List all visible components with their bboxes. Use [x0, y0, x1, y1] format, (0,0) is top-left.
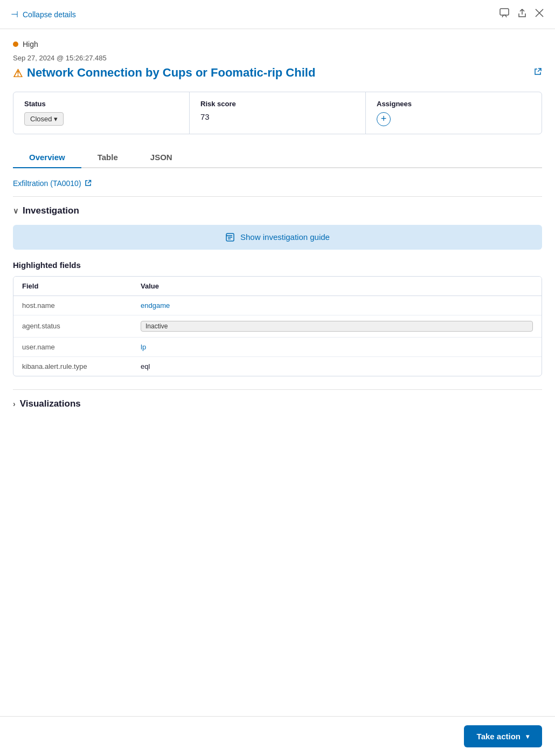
divider [13, 196, 542, 197]
tab-table[interactable]: Table [81, 147, 134, 168]
svg-rect-0 [500, 9, 509, 15]
field-name: user.name [22, 343, 141, 351]
status-cell: Status Closed ▾ [13, 92, 190, 134]
alert-title-text: Network Connection by Cups or Foomatic-r… [27, 65, 315, 81]
investigation-guide-label: Show investigation guide [240, 232, 330, 242]
fields-table-header: Field Value [13, 277, 542, 296]
field-value-link[interactable]: lp [141, 343, 533, 351]
take-action-button[interactable]: Take action ▾ [464, 725, 542, 747]
field-name: agent.status [22, 322, 141, 330]
table-row: agent.status Inactive [13, 315, 542, 338]
investigation-label: Investigation [23, 205, 79, 216]
status-chevron-icon: ▾ [54, 115, 58, 123]
content-area: High Sep 27, 2024 @ 15:26:27.485 ⚠ Netwo… [0, 29, 555, 472]
warning-icon: ⚠ [13, 66, 23, 80]
visualizations-chevron-icon: › [13, 400, 16, 408]
risk-score-cell: Risk score 73 [190, 92, 366, 134]
header: ⊣ Collapse details [0, 0, 555, 29]
tab-overview[interactable]: Overview [13, 147, 81, 168]
take-action-label: Take action [477, 732, 521, 741]
severity-dot [13, 42, 18, 47]
alert-title-row: ⚠ Network Connection by Cups or Foomatic… [13, 65, 542, 81]
add-assignee-button[interactable]: + [377, 112, 391, 126]
chat-icon[interactable] [499, 8, 510, 21]
field-value-text: eql [141, 362, 533, 370]
close-icon[interactable] [535, 8, 544, 20]
status-dropdown[interactable]: Closed ▾ [24, 112, 64, 126]
table-row: host.name endgame [13, 296, 542, 315]
table-row: kibana.alert.rule.type eql [13, 357, 542, 376]
risk-score-value: 73 [200, 112, 355, 121]
status-card: Status Closed ▾ Risk score 73 Assignees … [13, 92, 542, 134]
highlighted-fields-table: Field Value host.name endgame agent.stat… [13, 276, 542, 376]
external-link-icon[interactable] [533, 67, 542, 78]
visualizations-label: Visualizations [20, 398, 81, 409]
table-row: user.name lp [13, 338, 542, 357]
timestamp: Sep 27, 2024 @ 15:26:27.485 [13, 54, 542, 62]
svg-point-2 [227, 235, 227, 236]
investigation-chevron-icon: ∨ [13, 207, 18, 215]
col-field-label: Field [22, 282, 141, 290]
divider-2 [13, 389, 542, 390]
field-value-badge: Inactive [141, 321, 533, 332]
exfiltration-external-icon [85, 180, 92, 187]
take-action-chevron-icon: ▾ [526, 733, 529, 740]
visualizations-section-header[interactable]: › Visualizations [13, 398, 542, 409]
alert-title: ⚠ Network Connection by Cups or Foomatic… [13, 65, 533, 81]
field-name: kibana.alert.rule.type [22, 362, 141, 370]
tab-json[interactable]: JSON [134, 147, 189, 168]
investigation-section-header[interactable]: ∨ Investigation [13, 205, 542, 216]
assignees-label: Assignees [377, 100, 531, 108]
tabs: Overview Table JSON [13, 147, 542, 168]
collapse-label: Collapse details [23, 10, 76, 19]
col-value-label: Value [141, 282, 533, 290]
collapse-icon: ⊣ [11, 9, 18, 19]
share-icon[interactable] [517, 8, 527, 21]
field-value-link[interactable]: endgame [141, 301, 533, 310]
highlighted-fields-title: Highlighted fields [13, 260, 542, 270]
show-investigation-guide-button[interactable]: Show investigation guide [13, 225, 542, 250]
severity-label: High [23, 40, 38, 49]
field-name: host.name [22, 301, 141, 310]
footer: Take action ▾ [0, 716, 555, 756]
status-label: Status [24, 100, 178, 108]
exfiltration-label: Exfiltration (TA0010) [13, 179, 81, 188]
collapse-details-button[interactable]: ⊣ Collapse details [11, 9, 76, 19]
risk-score-label: Risk score [200, 100, 355, 108]
exfiltration-link[interactable]: Exfiltration (TA0010) [13, 179, 542, 188]
assignees-cell: Assignees + [366, 92, 542, 134]
status-value: Closed [30, 115, 52, 123]
header-actions [499, 8, 544, 21]
severity-row: High [13, 40, 542, 49]
investigation-guide-icon [225, 232, 235, 242]
